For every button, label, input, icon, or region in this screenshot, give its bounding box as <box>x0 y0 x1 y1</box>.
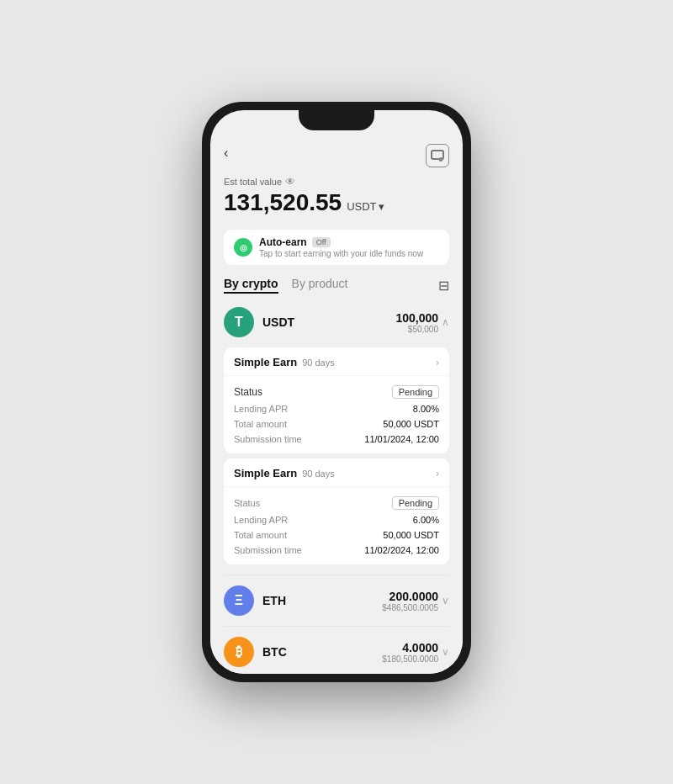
filter-icon[interactable]: ⊟ <box>438 278 449 294</box>
total-amount-row-1: Total amount 50,000 USDT <box>234 416 439 432</box>
phone-shell: ‹ Est total value 👁 131,520.55 <box>202 102 471 682</box>
eth-usd: $486,500.0005 <box>382 603 438 612</box>
tabs-row: By crypto By product ⊟ <box>210 273 463 300</box>
pending-badge-2: Pending <box>392 496 439 510</box>
auto-earn-icon: ◎ <box>234 238 252 257</box>
submission-time-row-2: Submission time 11/02/2024, 12:00 <box>234 543 439 558</box>
eth-value: 200.0000 <box>382 590 438 603</box>
btc-value: 4.0000 <box>382 641 438 654</box>
eye-icon[interactable]: 👁 <box>285 176 295 188</box>
earn-days-2: 90 days <box>302 469 335 479</box>
usdt-left: T USDT <box>224 307 294 337</box>
crypto-item-eth: Ξ ETH 200.0000 $486,500.0005 ∨ <box>210 579 463 622</box>
eth-chevron: ∨ <box>442 595 449 607</box>
divider-2 <box>224 626 449 627</box>
lending-apr-label-1: Lending APR <box>234 404 288 414</box>
usdt-expand-section: Simple Earn 90 days › Status Pending Len… <box>210 347 463 571</box>
auto-earn-title: Auto-earn Off <box>259 236 439 248</box>
tabs: By crypto By product <box>224 277 348 294</box>
btc-name: BTC <box>262 645 287 659</box>
eth-icon: Ξ <box>224 585 254 616</box>
eth-right: 200.0000 $486,500.0005 ∨ <box>382 590 449 612</box>
btc-usd: $180,500.0000 <box>382 654 438 664</box>
total-amount-value-1: 50,000 USDT <box>383 419 439 429</box>
submission-time-label-1: Submission time <box>234 434 302 444</box>
submission-time-value-1: 11/01/2024, 12:00 <box>364 434 439 444</box>
crypto-item-usdt: T USDT 100,000 $50,000 ∧ <box>210 300 463 344</box>
balance-section: Est total value 👁 131,520.55 USDT ▾ <box>210 172 463 225</box>
status-label-2: Status <box>234 498 260 508</box>
earn-header-1[interactable]: Simple Earn 90 days › <box>224 347 449 376</box>
lending-apr-row-1: Lending APR 8.00% <box>234 401 439 416</box>
usdt-icon: T <box>224 307 254 337</box>
status-row-1-highlighted: Status Pending <box>234 383 439 401</box>
eth-row[interactable]: Ξ ETH 200.0000 $486,500.0005 ∨ <box>224 585 449 616</box>
phone-screen: ‹ Est total value 👁 131,520.55 <box>210 110 463 674</box>
submission-time-value-2: 11/02/2024, 12:00 <box>364 545 439 555</box>
usdt-right: 100,000 $50,000 ∧ <box>395 311 449 334</box>
tab-by-crypto[interactable]: By crypto <box>224 277 278 294</box>
earn-header-2[interactable]: Simple Earn 90 days › <box>224 458 449 487</box>
earn-details-2: Status Pending Lending APR 6.00% Total a… <box>224 487 449 564</box>
earn-chevron-1: › <box>436 357 439 368</box>
total-amount-row-2: Total amount 50,000 USDT <box>234 527 439 543</box>
status-row-2: Status Pending <box>234 494 439 512</box>
auto-earn-subtitle: Tap to start earning with your idle fund… <box>259 249 439 258</box>
lending-apr-value-1: 8.00% <box>413 404 439 414</box>
usdt-amount: 100,000 $50,000 <box>395 311 438 334</box>
tab-by-product[interactable]: By product <box>292 277 348 294</box>
portfolio-button[interactable] <box>426 144 449 167</box>
earn-chevron-2: › <box>436 468 439 479</box>
eth-left: Ξ ETH <box>224 585 286 616</box>
auto-earn-text: Auto-earn Off Tap to start earning with … <box>259 236 439 258</box>
lending-apr-value-2: 6.00% <box>413 515 439 525</box>
eth-amount: 200.0000 $486,500.0005 <box>382 590 438 612</box>
auto-earn-banner[interactable]: ◎ Auto-earn Off Tap to start earning wit… <box>224 230 449 265</box>
header: ‹ <box>210 137 463 172</box>
submission-time-row-1: Submission time 11/01/2024, 12:00 <box>234 432 439 447</box>
submission-time-label-2: Submission time <box>234 545 302 555</box>
earn-card-1: Simple Earn 90 days › Status Pending Len… <box>224 347 449 453</box>
usdt-name: USDT <box>262 315 294 329</box>
usdt-value: 100,000 <box>395 311 438 325</box>
earn-label-1: Simple Earn <box>234 356 297 368</box>
auto-earn-icon-letter: ◎ <box>240 243 247 252</box>
usdt-usd: $50,000 <box>395 325 438 334</box>
usdt-row[interactable]: T USDT 100,000 $50,000 ∧ <box>224 307 449 337</box>
lending-apr-label-2: Lending APR <box>234 515 288 525</box>
balance-amount: 131,520.55 USDT ▾ <box>224 189 449 216</box>
earn-label-2: Simple Earn <box>234 467 297 479</box>
est-label: Est total value 👁 <box>224 176 449 188</box>
btc-chevron: ∨ <box>442 646 449 658</box>
svg-point-1 <box>439 157 443 162</box>
lending-apr-row-2: Lending APR 6.00% <box>234 512 439 527</box>
status-label-1: Status <box>234 386 262 398</box>
pending-badge-1: Pending <box>392 385 439 399</box>
eth-name: ETH <box>262 594 286 607</box>
earn-title-2: Simple Earn 90 days <box>234 467 335 479</box>
btc-amount: 4.0000 $180,500.0000 <box>382 641 438 664</box>
crypto-item-btc: ₿ BTC 4.0000 $180,500.0000 ∨ <box>210 630 463 674</box>
notch <box>299 110 374 130</box>
divider-1 <box>224 575 449 575</box>
off-badge: Off <box>312 237 331 247</box>
btc-row[interactable]: ₿ BTC 4.0000 $180,500.0000 ∨ <box>224 637 449 667</box>
total-amount-value-2: 50,000 USDT <box>383 530 439 540</box>
balance-currency: USDT ▾ <box>347 200 384 213</box>
earn-card-2: Simple Earn 90 days › Status Pending Len… <box>224 458 449 564</box>
back-button[interactable]: ‹ <box>224 146 228 161</box>
earn-details-1: Status Pending Lending APR 8.00% Total a… <box>224 376 449 453</box>
earn-days-1: 90 days <box>302 358 335 368</box>
btc-icon: ₿ <box>224 637 254 667</box>
total-amount-label-1: Total amount <box>234 419 287 429</box>
btc-right: 4.0000 $180,500.0000 ∨ <box>382 641 449 664</box>
total-amount-label-2: Total amount <box>234 530 287 540</box>
earn-title-1: Simple Earn 90 days <box>234 356 335 368</box>
btc-left: ₿ BTC <box>224 637 287 667</box>
usdt-chevron: ∧ <box>442 316 449 328</box>
screen-content: ‹ Est total value 👁 131,520.55 <box>210 110 463 674</box>
